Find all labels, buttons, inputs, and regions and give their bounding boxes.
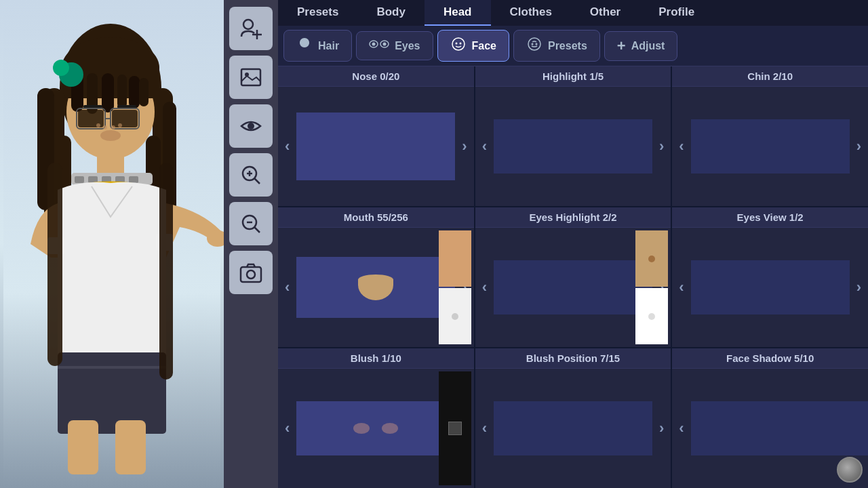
character-area [0, 0, 224, 488]
right-panel: Presets Body Head Clothes Other Profile … [278, 0, 868, 488]
chin-preview [691, 119, 850, 174]
gallery-button[interactable] [229, 56, 273, 99]
left-panel [0, 0, 278, 488]
mouth-swatch-bottom[interactable] [439, 288, 471, 344]
adjust-button[interactable]: + Adjust [604, 31, 678, 61]
svg-rect-16 [139, 78, 149, 106]
face-button[interactable]: Face [437, 30, 509, 62]
eyes-highlight-body: ‹ › [475, 228, 671, 347]
nose-next-arrow[interactable]: › [455, 135, 473, 158]
blush-header: Blush 1/10 [278, 348, 474, 369]
eyes-highlight-prev-arrow[interactable]: ‹ [475, 276, 494, 299]
adjust-label: Adjust [631, 40, 665, 52]
svg-rect-47 [47, 163, 62, 366]
nav-profile[interactable]: Profile [639, 0, 713, 26]
hair-button[interactable]: Hair [283, 30, 352, 62]
nav-head[interactable]: Head [425, 0, 491, 26]
nav-other[interactable]: Other [571, 0, 639, 26]
blush-prev-arrow[interactable]: ‹ [278, 417, 296, 440]
svg-point-28 [111, 125, 115, 129]
mouth-swatch-top[interactable] [439, 230, 471, 287]
svg-rect-15 [129, 76, 140, 108]
presets-face-label: Presets [548, 40, 587, 52]
blush-swatch[interactable] [439, 371, 471, 485]
blush-body: ‹ › [278, 369, 474, 488]
nav-body[interactable]: Body [357, 0, 425, 26]
svg-point-71 [528, 38, 540, 50]
mouth-header: Mouth 55/256 [278, 207, 474, 228]
presets-icon [526, 36, 542, 56]
eyes-hl-swatch-white[interactable] [635, 288, 668, 344]
svg-rect-44 [58, 366, 166, 369]
svg-rect-33 [75, 176, 84, 183]
zoom-in-button[interactable] [229, 153, 273, 197]
chin-next-arrow[interactable]: › [850, 135, 868, 158]
nose-header: Nose 0/20 [278, 66, 474, 87]
presets-face-button[interactable]: Presets [513, 30, 600, 62]
add-character-button[interactable] [229, 7, 273, 50]
blush-pos-header: Blush Position 7/15 [475, 348, 671, 369]
chin-header: Chin 2/10 [672, 66, 868, 87]
eyes-icon [369, 37, 389, 54]
face-label: Face [472, 40, 496, 52]
svg-point-30 [100, 130, 121, 141]
svg-point-27 [103, 125, 107, 129]
svg-rect-22 [112, 110, 138, 127]
svg-rect-45 [68, 420, 98, 474]
nav-clothes[interactable]: Clothes [491, 0, 571, 26]
svg-point-67 [383, 43, 387, 46]
hair-icon [296, 36, 313, 56]
highlight-prev-arrow[interactable]: ‹ [475, 135, 494, 158]
eyes-view-next-arrow[interactable]: › [850, 276, 868, 299]
svg-rect-52 [241, 69, 260, 85]
svg-point-73 [535, 43, 537, 45]
eyes-button[interactable]: Eyes [356, 31, 433, 60]
svg-point-65 [372, 43, 376, 46]
blush-dot-right [382, 423, 398, 434]
svg-point-54 [248, 123, 254, 129]
highlight-header: Highlight 1/5 [475, 66, 671, 87]
nose-preview [296, 113, 455, 180]
main-grid: Nose 0/20 ‹ › Highlight 1/5 ‹ › Chin 2/1… [278, 66, 868, 488]
blush-dot-left [353, 423, 370, 434]
face-shadow-prev-arrow[interactable]: ‹ [672, 417, 690, 440]
eyes-label: Eyes [395, 40, 420, 52]
eyes-highlight-swatches[interactable] [635, 230, 668, 344]
character-figure [0, 0, 224, 488]
second-nav: Hair Eyes Face [278, 26, 868, 66]
svg-point-26 [96, 123, 100, 127]
nose-cell: Nose 0/20 ‹ › [278, 66, 474, 206]
svg-rect-62 [241, 267, 261, 282]
blush-preview [296, 401, 455, 455]
eyes-view-header: Eyes View 1/2 [672, 207, 868, 228]
eyes-view-prev-arrow[interactable]: ‹ [672, 276, 690, 299]
eyes-hl-swatch-skin[interactable] [635, 230, 668, 287]
svg-rect-13 [102, 73, 114, 113]
mouth-shape [358, 274, 393, 300]
blush-pos-next-arrow[interactable]: › [652, 417, 671, 440]
eyes-highlight-cell: Eyes Highlight 2/2 ‹ › [475, 207, 671, 347]
camera-button[interactable] [229, 251, 273, 294]
svg-point-18 [53, 60, 69, 76]
nav-presets[interactable]: Presets [278, 0, 357, 26]
nose-prev-arrow[interactable]: ‹ [278, 135, 296, 158]
mouth-cell: Mouth 55/256 ‹ › [278, 207, 474, 347]
scroll-indicator[interactable] [837, 457, 863, 483]
mouth-preview [296, 257, 455, 318]
zoom-out-button[interactable] [229, 202, 273, 245]
nose-body: ‹ › [278, 87, 474, 206]
face-shadow-header: Face Shadow 5/10 [672, 348, 868, 369]
chin-prev-arrow[interactable]: ‹ [672, 135, 690, 158]
mouth-body: ‹ › [278, 228, 474, 347]
svg-point-69 [455, 43, 457, 45]
mouth-color-swatches[interactable] [439, 230, 471, 344]
eye-view-button[interactable] [229, 104, 273, 148]
svg-point-72 [531, 43, 533, 45]
blush-pos-prev-arrow[interactable]: ‹ [475, 417, 494, 440]
mouth-prev-arrow[interactable]: ‹ [278, 276, 296, 299]
adjust-icon: + [617, 37, 626, 55]
blush-pos-preview [494, 401, 652, 455]
eyes-highlight-header: Eyes Highlight 2/2 [475, 207, 671, 228]
hair-label: Hair [318, 40, 339, 52]
highlight-next-arrow[interactable]: › [652, 135, 671, 158]
